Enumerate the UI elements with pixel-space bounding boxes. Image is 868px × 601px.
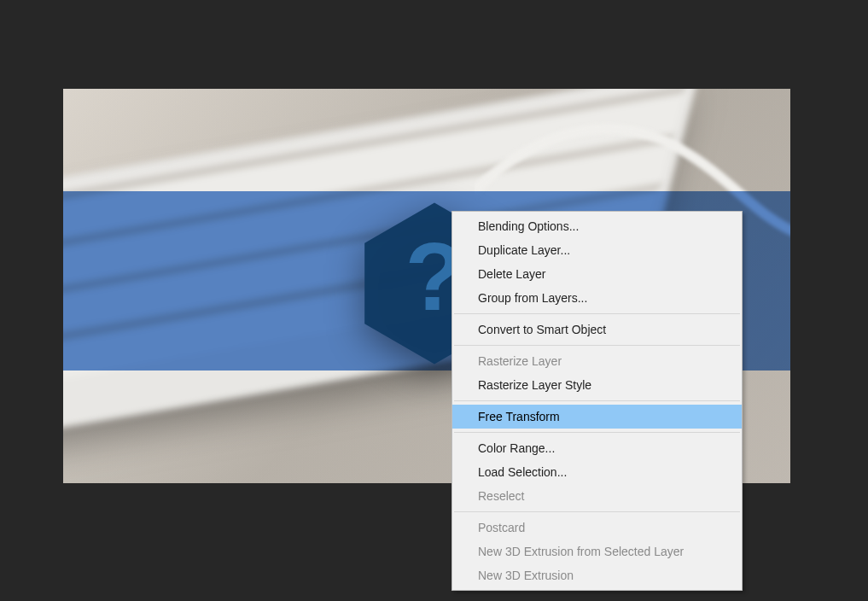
menu-item-rasterize-layer: Rasterize Layer [452,349,742,373]
menu-item-new-3d-extrusion-from-selected-layer: New 3D Extrusion from Selected Layer [452,540,742,563]
menu-item-reselect: Reselect [452,484,742,508]
menu-item-group-from-layers[interactable]: Group from Layers... [452,286,742,310]
menu-item-delete-layer[interactable]: Delete Layer [452,262,742,286]
menu-separator [454,432,740,433]
menu-separator [454,345,740,346]
menu-separator [454,400,740,401]
menu-item-blending-options[interactable]: Blending Options... [452,214,742,238]
menu-item-postcard: Postcard [452,516,742,540]
menu-item-free-transform[interactable]: Free Transform [452,405,742,429]
menu-item-convert-to-smart-object[interactable]: Convert to Smart Object [452,318,742,341]
menu-item-new-3d-extrusion: New 3D Extrusion [452,563,742,587]
menu-item-duplicate-layer[interactable]: Duplicate Layer... [452,238,742,262]
menu-item-load-selection[interactable]: Load Selection... [452,460,742,484]
layer-context-menu[interactable]: Blending Options... Duplicate Layer... D… [451,211,743,591]
menu-item-color-range[interactable]: Color Range... [452,436,742,460]
menu-item-rasterize-layer-style[interactable]: Rasterize Layer Style [452,373,742,397]
menu-separator [454,313,740,314]
menu-separator [454,511,740,512]
